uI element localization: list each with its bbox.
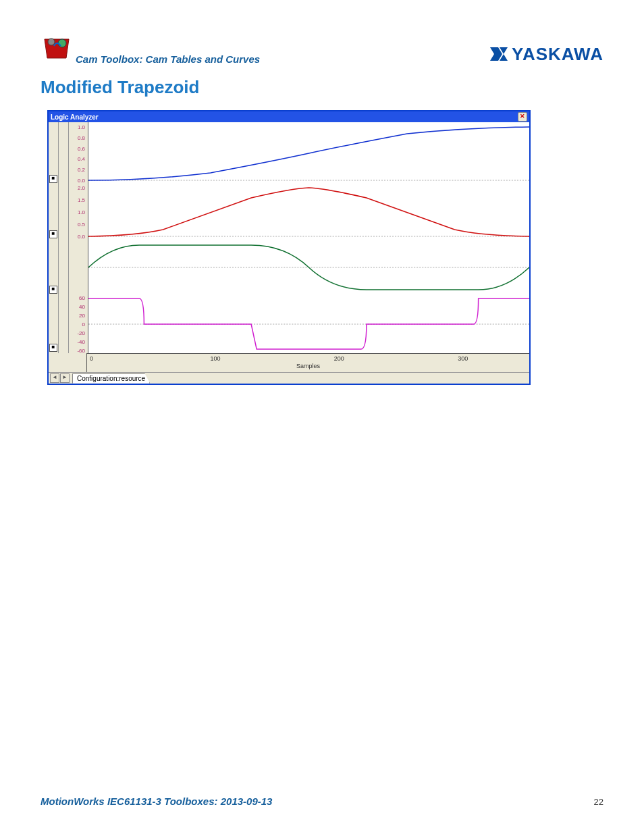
pane-toggle[interactable]: ■ [49, 240, 59, 295]
window-title: Logic Analyzer [51, 113, 99, 121]
close-icon[interactable]: ✕ [518, 112, 527, 122]
tab-bar: ◄ ► Configuration:resource [49, 372, 529, 384]
doc-chapter-title: Cam Toolbox: Cam Tables and Curves [76, 53, 260, 65]
chart-canvas-j [88, 295, 529, 353]
yaskawa-icon [489, 46, 509, 63]
tab-prev-icon[interactable]: ◄ [50, 373, 59, 383]
brand-logo: YASKAWA [489, 44, 603, 65]
y-axis-p: 1.0 0.8 0.6 0.4 0.2 0.0 [69, 122, 88, 184]
chart-canvas-p [88, 122, 529, 184]
svg-point-1 [58, 39, 66, 47]
page-footer: MotionWorks IEC61131-3 Toolboxes: 2013-0… [41, 796, 603, 807]
pane-jerk: ■ J - Task.Stub 60 40 20 0 -20 -40 -60 [49, 295, 529, 353]
pane-toggle[interactable]: ■ [49, 295, 59, 353]
brand-text: YASKAWA [512, 44, 603, 65]
svg-point-0 [48, 38, 55, 45]
chart-canvas-v [88, 184, 529, 240]
tab-next-icon[interactable]: ► [60, 373, 70, 383]
y-axis-j: 60 40 20 0 -20 -40 -60 [69, 295, 88, 353]
section-title: Modified Trapezoid [41, 77, 603, 98]
tab-configuration[interactable]: Configuration:resource [72, 373, 150, 384]
chart-canvas-a [88, 240, 529, 295]
pane-velocity: ■ V - Task.Stub 2.0 1.5 1.0 0.5 0.0 [49, 184, 529, 240]
plot-area: ■ P - Task.Stub 1.0 0.8 0.6 0.4 0.2 0.0 [49, 122, 529, 384]
toolbox-icon [41, 34, 73, 65]
x-axis: 0 100 200 300 Samples [49, 353, 529, 372]
pane-acceleration: ■ A - Task.Stub [49, 240, 529, 295]
pane-position: ■ P - Task.Stub 1.0 0.8 0.6 0.4 0.2 0.0 [49, 122, 529, 184]
footer-text: MotionWorks IEC61131-3 Toolboxes: 2013-0… [41, 796, 272, 807]
window-titlebar[interactable]: Logic Analyzer ✕ [49, 111, 529, 122]
pane-toggle[interactable]: ■ [49, 122, 59, 184]
x-axis-label: Samples [296, 363, 320, 369]
page-number: 22 [594, 797, 603, 807]
y-axis-v: 2.0 1.5 1.0 0.5 0.0 [69, 184, 88, 240]
logic-analyzer-window: Logic Analyzer ✕ ■ P - Task.Stub 1.0 0.8… [47, 110, 531, 385]
y-axis-a [69, 240, 88, 295]
pane-toggle[interactable]: ■ [49, 184, 59, 240]
page-header: Cam Toolbox: Cam Tables and Curves YASKA… [41, 34, 603, 65]
